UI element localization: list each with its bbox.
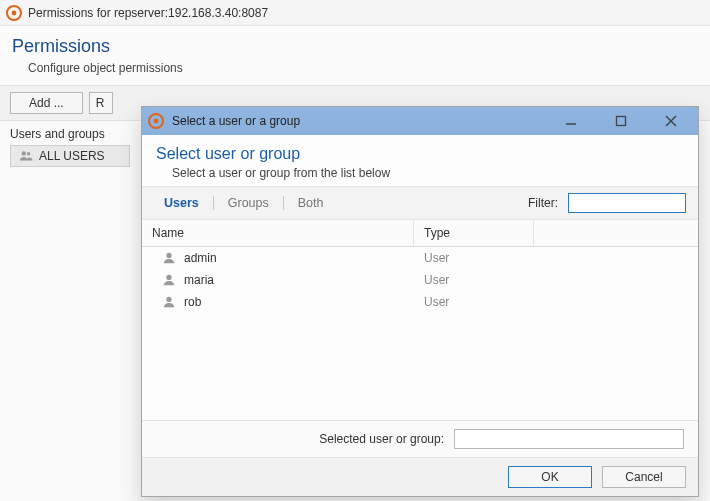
ok-button[interactable]: OK bbox=[508, 466, 592, 488]
outer-titlebar: Permissions for repserver:192.168.3.40:8… bbox=[0, 0, 710, 26]
table-row[interactable]: maria User bbox=[142, 269, 698, 291]
table-head: Name Type bbox=[142, 220, 698, 247]
table-body: admin User maria User rob bbox=[142, 247, 698, 420]
table-row[interactable]: admin User bbox=[142, 247, 698, 269]
tab-both[interactable]: Both bbox=[288, 193, 334, 213]
svg-point-2 bbox=[22, 151, 26, 155]
dialog-footer: OK Cancel bbox=[142, 457, 698, 496]
filter-label: Filter: bbox=[528, 196, 558, 210]
dialog-header: Select user or group Select a user or gr… bbox=[142, 135, 698, 186]
table-row[interactable]: rob User bbox=[142, 291, 698, 313]
tab-users[interactable]: Users bbox=[154, 193, 209, 213]
svg-point-10 bbox=[166, 253, 171, 258]
svg-point-12 bbox=[166, 297, 171, 302]
cancel-button[interactable]: Cancel bbox=[602, 466, 686, 488]
person-icon bbox=[162, 273, 176, 287]
window-title: Permissions for repserver:192.168.3.40:8… bbox=[28, 6, 268, 20]
selected-row: Selected user or group: bbox=[142, 420, 698, 457]
row-type: User bbox=[414, 251, 534, 265]
remove-button-truncated[interactable]: R bbox=[89, 92, 113, 114]
maximize-icon[interactable] bbox=[600, 107, 642, 135]
svg-point-11 bbox=[166, 275, 171, 280]
filter-row: Users Groups Both Filter: bbox=[142, 186, 698, 220]
row-name: maria bbox=[184, 273, 214, 287]
users-icon bbox=[19, 149, 33, 163]
row-name: admin bbox=[184, 251, 217, 265]
users-groups-item-allusers[interactable]: ALL USERS bbox=[10, 145, 130, 167]
svg-rect-7 bbox=[617, 117, 626, 126]
column-name[interactable]: Name bbox=[142, 220, 414, 246]
app-logo-icon bbox=[6, 5, 22, 21]
close-icon[interactable] bbox=[650, 107, 692, 135]
tab-separator bbox=[283, 196, 284, 210]
header: Permissions Configure object permissions bbox=[0, 26, 710, 85]
person-icon bbox=[162, 251, 176, 265]
row-name: rob bbox=[184, 295, 201, 309]
user-table: Name Type admin User maria bbox=[142, 220, 698, 420]
add-button[interactable]: Add ... bbox=[10, 92, 83, 114]
row-type: User bbox=[414, 295, 534, 309]
tab-separator bbox=[213, 196, 214, 210]
selected-input[interactable] bbox=[454, 429, 684, 449]
page-subtitle: Configure object permissions bbox=[28, 61, 698, 75]
svg-point-5 bbox=[154, 119, 159, 124]
dialog-header-title: Select user or group bbox=[156, 145, 684, 163]
dialog-title: Select a user or a group bbox=[172, 114, 300, 128]
column-type[interactable]: Type bbox=[414, 220, 534, 246]
dialog-titlebar[interactable]: Select a user or a group bbox=[142, 107, 698, 135]
selected-label: Selected user or group: bbox=[319, 432, 444, 446]
minimize-icon[interactable] bbox=[550, 107, 592, 135]
row-type: User bbox=[414, 273, 534, 287]
tab-groups[interactable]: Groups bbox=[218, 193, 279, 213]
person-icon bbox=[162, 295, 176, 309]
filter-input[interactable] bbox=[568, 193, 686, 213]
users-groups-item-label: ALL USERS bbox=[39, 149, 105, 163]
app-logo-icon bbox=[148, 113, 164, 129]
dialog-header-sub: Select a user or group from the list bel… bbox=[172, 166, 684, 180]
svg-point-1 bbox=[12, 10, 17, 15]
page-title: Permissions bbox=[12, 36, 698, 57]
svg-point-3 bbox=[27, 152, 31, 156]
column-spacer bbox=[534, 220, 698, 246]
select-user-dialog: Select a user or a group Select user or … bbox=[141, 106, 699, 497]
